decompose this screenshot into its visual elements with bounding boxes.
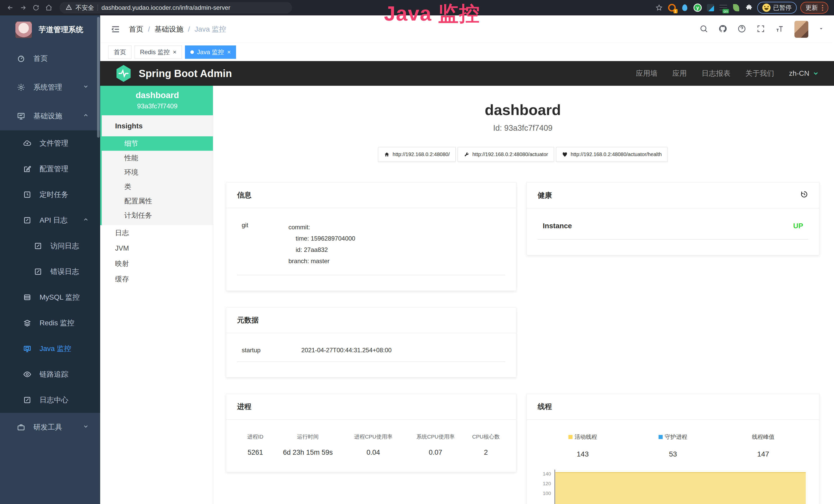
sba-item-jvm[interactable]: JVM [100, 240, 213, 256]
tab-redis-monitor[interactable]: Redis 监控 × [135, 45, 182, 59]
panel-metadata-header: 元数据 [226, 307, 516, 333]
sba-item-classes[interactable]: 类 [102, 180, 213, 194]
sidebar-scrollbar[interactable] [97, 17, 100, 138]
sba-item-environment[interactable]: 环境 [102, 165, 213, 180]
chevron-down-icon [812, 70, 819, 77]
extension-leaf-icon[interactable] [731, 3, 741, 12]
tab-java-monitor[interactable]: Java 监控 × [185, 45, 236, 59]
sba-item-scheduled-tasks[interactable]: 计划任务 [102, 208, 213, 223]
extension-grid-icon[interactable] [706, 3, 715, 12]
close-icon[interactable]: × [227, 49, 231, 55]
sba-item-details[interactable]: 细节 [100, 136, 213, 151]
sba-plain-items: 日志 JVM 映射 缓存 [100, 225, 213, 287]
history-icon[interactable] [800, 190, 808, 200]
health-instance-label: Instance [543, 222, 572, 230]
sba-app-block[interactable]: dashboard 93a3fc7f7409 [100, 86, 213, 115]
extensions-puzzle-icon[interactable] [744, 3, 753, 12]
update-browser-button[interactable]: 更新 [800, 2, 828, 14]
sidebar-item-dev-tools[interactable]: 研发工具 [0, 413, 100, 442]
spring-boot-admin: Spring Boot Admin 应用墙 应用 日志报表 关于我们 zh-CN [100, 61, 834, 504]
app-logo [16, 22, 32, 38]
tab-home[interactable]: 首页 [108, 45, 132, 59]
extension-switch-icon[interactable]: on [719, 3, 728, 12]
panel-info: 信息 git commit: time: 1596289704000 id: 2 [226, 182, 516, 291]
help-icon[interactable] [738, 24, 746, 34]
fullscreen-icon[interactable] [756, 24, 765, 34]
breadcrumb-home[interactable]: 首页 [129, 24, 143, 34]
home-icon[interactable] [44, 3, 53, 12]
sidebar-item-home[interactable]: 首页 [0, 44, 100, 73]
reload-icon[interactable] [31, 3, 41, 12]
cloud-upload-icon [23, 139, 31, 147]
sba-item-metrics[interactable]: 性能 [102, 151, 213, 165]
sba-nav-wallboard[interactable]: 应用墙 [636, 69, 658, 78]
sidebar-item-redis-monitor[interactable]: Redis 监控 [0, 310, 100, 336]
sidebar-item-scheduled-jobs[interactable]: 定时任务 [0, 182, 100, 207]
sidebar-item-mysql-monitor[interactable]: MySQL 监控 [0, 284, 100, 310]
chevron-up-icon [83, 112, 89, 120]
sba-item-config-props[interactable]: 配置属性 [102, 194, 213, 208]
avatar-caret-icon[interactable] [818, 26, 824, 32]
sidebar-item-error-log[interactable]: 错误日志 [0, 259, 100, 284]
extension-y-icon[interactable]: y [693, 3, 702, 12]
sidebar-submenu-infra: 文件管理 配置管理 定时任务 API 日志 访问日志 [0, 131, 100, 413]
process-val-cores: 2 [467, 449, 505, 457]
back-icon[interactable] [6, 3, 15, 12]
sba-language-select[interactable]: zh-CN [789, 69, 819, 77]
breadcrumb-infra[interactable]: 基础设施 [155, 24, 183, 34]
profile-paused-pill[interactable]: 已暂停 [757, 2, 797, 14]
sba-item-caches[interactable]: 缓存 [100, 271, 213, 287]
instance-health-link[interactable]: http://192.168.0.2:48080/actuator/health [556, 147, 668, 162]
sba-item-mappings[interactable]: 映射 [100, 256, 213, 271]
sba-sidebar: dashboard 93a3fc7f7409 Insights 细节 性能 环境… [100, 86, 213, 504]
hamburger-icon[interactable] [110, 24, 122, 35]
search-icon[interactable] [699, 24, 708, 34]
app-logo-row: 芋道管理系统 [0, 16, 100, 44]
font-size-icon[interactable] [775, 24, 784, 34]
update-label: 更新 [806, 4, 818, 12]
sba-nav-applications[interactable]: 应用 [673, 69, 687, 78]
divider [97, 4, 98, 11]
log-edit-icon [34, 268, 42, 276]
panels-grid: 信息 git commit: time: 1596289704000 id: 2 [226, 182, 820, 504]
instance-actuator-link[interactable]: http://192.168.0.2:48080/actuator [458, 147, 554, 162]
process-col-sys-cpu: 系统CPU使用率 [404, 433, 466, 440]
user-avatar[interactable] [794, 21, 808, 38]
address-bar[interactable]: 不安全 dashboard.yudao.iocoder.cn/infra/adm… [60, 2, 292, 13]
database-icon [23, 293, 31, 301]
sba-brand[interactable]: Spring Boot Admin [115, 64, 232, 83]
sba-nav-journal[interactable]: 日志报表 [702, 69, 730, 78]
instance-home-link[interactable]: http://192.168.0.2:48080/ [378, 147, 456, 162]
topbar-actions [699, 21, 824, 38]
sba-nav: 应用墙 应用 日志报表 关于我们 zh-CN [636, 69, 819, 78]
github-icon[interactable] [719, 24, 727, 34]
main-column: 首页 / 基础设施 / Java 监控 [100, 16, 834, 504]
close-icon[interactable]: × [173, 49, 176, 55]
extension-pin-icon[interactable] [680, 3, 689, 12]
bookmark-star-icon[interactable] [655, 3, 664, 12]
instance-id: Id: 93a3fc7f7409 [226, 123, 820, 133]
profile-emoji-icon [762, 4, 771, 12]
sidebar-item-java-monitor[interactable]: Java 监控 [0, 336, 100, 362]
sidebar-item-file-management[interactable]: 文件管理 [0, 131, 100, 156]
sidebar-item-config-management[interactable]: 配置管理 [0, 156, 100, 182]
desktop-icon [23, 345, 31, 353]
sidebar-item-infra[interactable]: 基础设施 [0, 102, 100, 131]
extension-updater-icon[interactable]: 1 [667, 3, 677, 12]
sidebar-item-api-log[interactable]: API 日志 [0, 207, 100, 233]
sidebar-item-trace[interactable]: 链路追踪 [0, 362, 100, 387]
browser-menu-icon[interactable] [822, 5, 823, 11]
sidebar-item-log-center[interactable]: 日志中心 [0, 387, 100, 413]
legend-swatch-blue [659, 435, 663, 439]
edit-square-icon [23, 165, 31, 173]
threads-chart: 140 120 100 [537, 469, 808, 504]
heart-pulse-icon [562, 152, 568, 157]
sba-item-logs[interactable]: 日志 [100, 225, 213, 240]
sidebar-item-access-log[interactable]: 访问日志 [0, 233, 100, 259]
briefcase-icon [17, 423, 25, 431]
log-edit-icon [23, 216, 31, 224]
forward-icon[interactable] [19, 3, 28, 12]
sba-nav-about[interactable]: 关于我们 [745, 69, 774, 78]
panel-info-header: 信息 [226, 183, 516, 208]
sidebar-item-system[interactable]: 系统管理 [0, 73, 100, 102]
